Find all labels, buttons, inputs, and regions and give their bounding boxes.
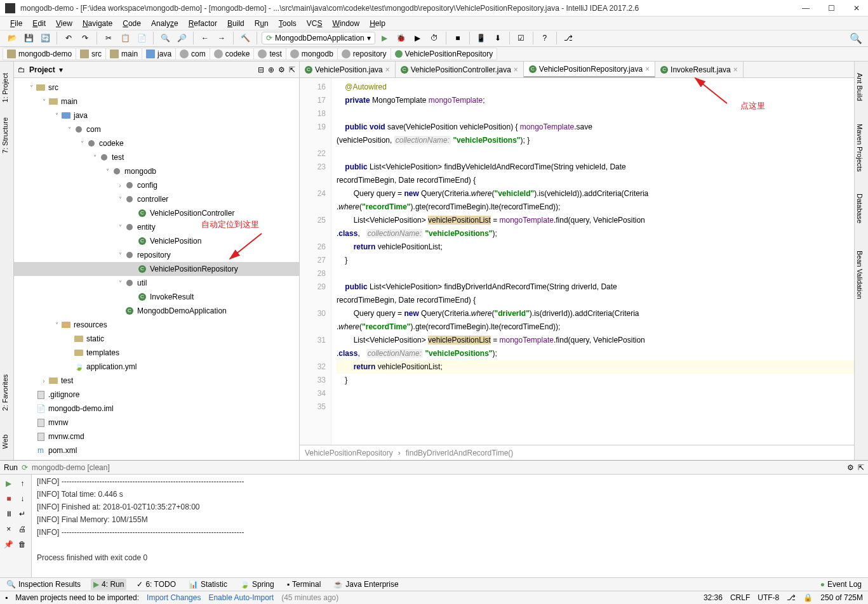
tree-item-main[interactable]: ˅main [14, 95, 299, 108]
crumb-item[interactable]: mongodb-demo [3, 48, 76, 60]
crumb-item[interactable]: VehiclePositionRepository [391, 48, 498, 60]
menu-run[interactable]: Run [250, 18, 274, 29]
tab-database[interactable]: Database [855, 188, 865, 228]
pin-icon[interactable]: 📌 [3, 538, 15, 551]
menu-analyze[interactable]: Analyze [146, 18, 184, 29]
run-icon[interactable]: ▶ [378, 31, 392, 45]
debug-icon[interactable]: 🐞 [394, 31, 408, 45]
coverage-icon[interactable]: ▶ [411, 31, 425, 45]
redo-icon[interactable]: ↷ [78, 31, 92, 45]
trash-icon[interactable]: 🗑 [17, 538, 29, 551]
tree-item-appyml[interactable]: 🍃application.yml [14, 360, 299, 374]
collapse-icon[interactable]: ⊟ [258, 65, 264, 74]
crumb-item[interactable]: src [76, 48, 106, 60]
tab-terminal[interactable]: ▪Terminal [284, 579, 324, 590]
gutter[interactable]: 16 17 18 19 22 23 24 25 26 27 28 29 30 3… [300, 78, 331, 445]
undo-icon[interactable]: ↶ [62, 31, 76, 45]
cursor-position[interactable]: 32:36 [704, 593, 723, 602]
paste-icon[interactable]: 📄 [135, 31, 149, 45]
menu-build[interactable]: Build [222, 18, 250, 29]
chevron-down-icon[interactable]: ▾ [59, 65, 63, 74]
lock-icon[interactable]: 🔒 [803, 593, 813, 602]
replace-icon[interactable]: 🔎 [175, 31, 189, 45]
tree-item-util[interactable]: ˅util [14, 276, 299, 290]
run-config-selector[interactable]: ⟳ MongodbDemoApplication ▾ [262, 32, 375, 44]
tree-item-gitignore[interactable]: .gitignore [14, 388, 299, 402]
minimize-button[interactable]: — [799, 4, 812, 13]
tree-item-mda[interactable]: CMongodbDemoApplication [14, 304, 299, 318]
tab-event-log[interactable]: ●Event Log [818, 579, 864, 590]
menu-view[interactable]: View [51, 18, 77, 29]
structure-icon[interactable]: ☑ [514, 31, 528, 45]
crumb-item[interactable]: java [142, 48, 176, 60]
import-changes-link[interactable]: Import Changes [147, 593, 201, 602]
find-icon[interactable]: 🔍 [158, 31, 172, 45]
code-area[interactable]: @Autowired private MongoTemplate mongoTe… [331, 78, 854, 445]
rerun-icon[interactable]: ▶ [3, 477, 15, 490]
tab-favorites[interactable]: 2: Favorites [0, 369, 10, 416]
tab-inspection[interactable]: 🔍Inspection Results [4, 579, 83, 590]
tree-item-src[interactable]: ˅src [14, 81, 299, 95]
tree-item-mvnw[interactable]: mvnw [14, 416, 299, 430]
hide-icon[interactable]: ⇱ [289, 65, 295, 74]
crumb-item[interactable]: com [175, 48, 210, 60]
close-icon[interactable]: × [3, 523, 15, 535]
crumb-item[interactable]: test [253, 48, 286, 60]
tree-item-pom[interactable]: mpom.xml [14, 443, 299, 457]
sdk-icon[interactable]: ⬇ [491, 31, 505, 45]
git-icon[interactable]: ⎇ [561, 31, 575, 45]
menu-code[interactable]: Code [117, 18, 146, 29]
print-icon[interactable]: 🖨 [17, 523, 29, 535]
open-icon[interactable]: 📂 [5, 31, 19, 45]
copy-icon[interactable]: 📋 [118, 31, 132, 45]
memory-indicator[interactable]: 250 of 725M [820, 593, 863, 602]
maximize-button[interactable]: ☐ [825, 4, 838, 13]
editor-crumb-class[interactable]: VehiclePositionRepository [305, 449, 393, 457]
avd-icon[interactable]: 📱 [474, 31, 488, 45]
tree-item-com[interactable]: ˅com [14, 122, 299, 136]
back-icon[interactable]: ← [198, 31, 212, 45]
tree-item-vpc[interactable]: CVehiclePositionController [14, 206, 299, 220]
close-icon[interactable]: × [733, 65, 738, 74]
save-all-icon[interactable]: 💾 [22, 31, 36, 45]
sync-icon[interactable]: 🔄 [38, 31, 52, 45]
tree-item-ir[interactable]: CInvokeResult [14, 290, 299, 304]
forward-icon[interactable]: → [215, 31, 229, 45]
tab-structure[interactable]: 7: Structure [0, 112, 10, 159]
file-encoding[interactable]: UTF-8 [758, 593, 779, 602]
cut-icon[interactable]: ✂ [102, 31, 116, 45]
crumb-item[interactable]: main [105, 48, 142, 60]
menu-refactor[interactable]: Refactor [184, 18, 222, 29]
tree-item-templates[interactable]: templates [14, 346, 299, 360]
tree-item-codeke[interactable]: ˅codeke [14, 136, 299, 150]
tree-item-resources[interactable]: ˅resources [14, 318, 299, 332]
close-icon[interactable]: × [514, 65, 518, 74]
menu-vcs[interactable]: VCS [302, 18, 328, 29]
tree-item-mvnwcmd[interactable]: mvnw.cmd [14, 430, 299, 443]
menu-file[interactable]: File [5, 18, 27, 29]
tree-item-test-folder[interactable]: ›test [14, 374, 299, 388]
crumb-item[interactable]: codeke [210, 48, 255, 60]
editor-tab[interactable]: CVehiclePositionController.java× [396, 62, 524, 77]
close-icon[interactable]: × [645, 65, 650, 74]
down-icon[interactable]: ↓ [17, 492, 29, 505]
pause-icon[interactable]: ⏸ [3, 508, 15, 520]
tab-project[interactable]: 1: Project [0, 68, 10, 107]
menu-edit[interactable]: Edit [27, 18, 51, 29]
hide-icon[interactable]: ⇱ [858, 463, 864, 472]
search-everywhere-icon[interactable]: 🔍 [849, 31, 863, 45]
profile-icon[interactable]: ⏱ [427, 31, 441, 45]
editor-crumb-method[interactable]: findByDriverIdAndRecordTime() [406, 449, 514, 457]
tree-item-static[interactable]: static [14, 332, 299, 346]
wrap-icon[interactable]: ↵ [17, 508, 29, 520]
menu-window[interactable]: Window [327, 18, 364, 29]
tab-web[interactable]: Web [0, 430, 10, 454]
tab-statistic[interactable]: 📊Statistic [186, 579, 230, 590]
gear-icon[interactable]: ⚙ [847, 463, 854, 472]
project-tree[interactable]: ˅src ˅main ˅java ˅com ˅codeke ˅test ˅mon… [14, 78, 299, 460]
tab-run[interactable]: ▶4: Run [91, 579, 126, 590]
gear-icon[interactable]: ⚙ [278, 65, 285, 74]
close-icon[interactable]: × [385, 65, 390, 74]
tree-item-test[interactable]: ˅test [14, 150, 299, 164]
git-branch-icon[interactable]: ⎇ [787, 593, 796, 602]
